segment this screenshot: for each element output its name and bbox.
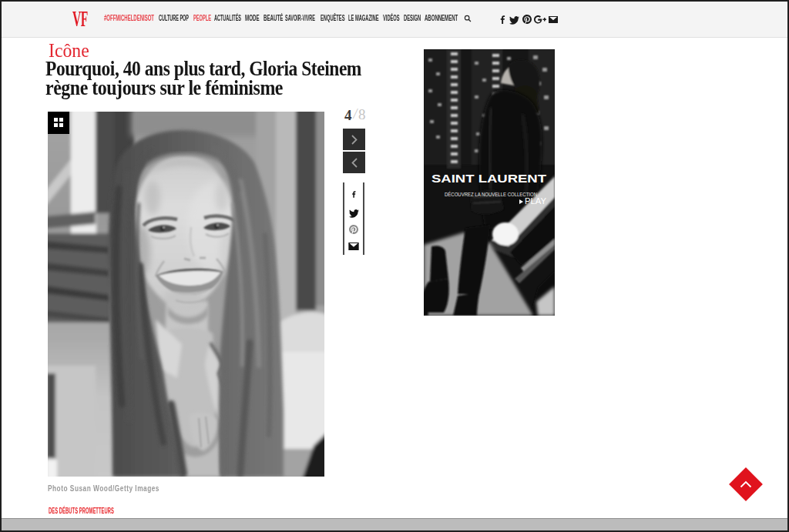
svg-text:DÉCOUVREZ LA NOUVELLE COLLECTI: DÉCOUVREZ LA NOUVELLE COLLECTION (445, 191, 537, 197)
svg-text:SAINT LAURENT: SAINT LAURENT (431, 172, 546, 185)
svg-text:PLAY: PLAY (525, 197, 546, 206)
